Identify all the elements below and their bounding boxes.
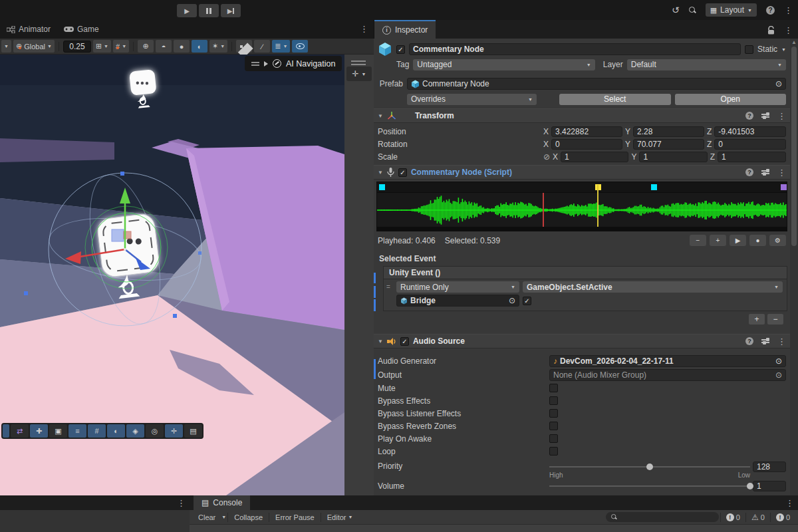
info-count-badge[interactable]: !0	[722, 513, 744, 521]
collapse-button[interactable]: Collapse	[229, 510, 267, 525]
layout-dropdown[interactable]: ▦ Layout ▼	[706, 3, 757, 17]
snap-settings-button[interactable]: #▼	[113, 40, 129, 53]
event-bool-checkbox[interactable]: ✓	[523, 297, 531, 305]
scene-pane-menu-icon[interactable]: ⋮	[360, 24, 368, 34]
help-icon[interactable]: ?	[745, 337, 753, 345]
tab-animator[interactable]: Animator	[0, 20, 57, 39]
editor-dropdown[interactable]: Editor ▼	[323, 510, 358, 525]
drag-handle-icon[interactable]: =	[386, 283, 393, 291]
pivot-mode-stub[interactable]: ▼	[1, 40, 11, 53]
foldout-icon[interactable]: ▼	[378, 113, 383, 119]
tab-console[interactable]: ▤ Console	[194, 495, 250, 510]
static-checkbox[interactable]	[745, 45, 753, 54]
scrollbar-thumb[interactable]	[791, 47, 797, 246]
grid-size-field[interactable]: 0.25	[63, 41, 91, 53]
prefab-field[interactable]: Commentary Node ⊙	[407, 78, 786, 90]
priority-value-field[interactable]: 128	[753, 462, 786, 472]
drag-handle-icon[interactable]	[251, 61, 259, 67]
foldout-icon[interactable]: ▼	[378, 170, 383, 176]
draw-mode-wire-toggle[interactable]: ◓	[156, 40, 172, 53]
slider-thumb[interactable]	[747, 483, 753, 489]
scale-z-field[interactable]: 1	[718, 152, 786, 162]
rotation-x-field[interactable]: 0	[551, 139, 622, 150]
audio-generator-field[interactable]: DevCom_2026-02-04_22-17-11	[560, 356, 674, 366]
scale-x-field[interactable]: 1	[561, 152, 628, 162]
pivot-orientation-dropdown[interactable]: ⊕ Global ▼	[13, 40, 55, 53]
play-on-awake-checkbox[interactable]	[549, 434, 558, 443]
help-icon[interactable]: ?	[745, 168, 753, 176]
scroll-up-icon[interactable]: ▲	[791, 39, 797, 45]
transform-header[interactable]: ▼ Transform ? ⋮	[374, 108, 790, 123]
position-z-field[interactable]: -9.401503	[714, 126, 786, 137]
position-y-field[interactable]: 2.28	[633, 126, 704, 137]
open-button[interactable]: Open	[675, 94, 787, 105]
runtime-mode-dropdown[interactable]: Runtime Only▼	[396, 281, 519, 293]
audio-mute-toggle[interactable]	[236, 40, 252, 53]
settings-gear-button[interactable]: ⚙	[769, 235, 786, 246]
stack-tool[interactable]: ◈	[126, 424, 144, 438]
bypass-effects-checkbox[interactable]	[549, 396, 558, 405]
help-icon[interactable]: ?	[745, 112, 753, 120]
static-dropdown-icon[interactable]: ▼	[781, 47, 786, 52]
console-menu-icon[interactable]: ⋮	[785, 498, 794, 508]
object-target-icon[interactable]: ⊙	[775, 356, 782, 366]
pane-menu-icon[interactable]: ⋮	[177, 498, 186, 508]
selected-marker-line[interactable]	[597, 185, 598, 227]
rotation-y-field[interactable]: 70.077	[633, 139, 704, 150]
record-button[interactable]: ●	[749, 235, 766, 246]
audio-source-header[interactable]: ▼ ✓ Audio Source ? ⋮	[374, 334, 790, 348]
preview-play-button[interactable]: ▶	[730, 235, 746, 246]
lighting-off-toggle[interactable]: ∕	[254, 40, 270, 53]
history-icon[interactable]: ↺	[672, 5, 680, 15]
callback-dropdown[interactable]: GameObject.SetActive▼	[523, 281, 783, 293]
active-checkbox[interactable]: ✓	[396, 45, 405, 54]
pause-button[interactable]	[199, 4, 219, 17]
waveform-marker-strip[interactable]	[377, 182, 787, 192]
lock-icon[interactable]	[767, 26, 775, 35]
waveform-marker[interactable]	[781, 184, 787, 190]
target-object-field[interactable]: Bridge ⊙	[396, 295, 519, 307]
component-menu-icon[interactable]: ⋮	[777, 168, 786, 178]
foldout-icon[interactable]: ▼	[378, 338, 383, 344]
object-target-icon[interactable]: ⊙	[775, 370, 782, 380]
tool-stub[interactable]	[3, 424, 9, 438]
scene-visibility-toggle[interactable]	[292, 40, 308, 53]
tab-game[interactable]: Game	[57, 20, 106, 39]
loop-checkbox[interactable]	[549, 447, 558, 456]
link-off-icon[interactable]: ⊘	[543, 152, 550, 162]
remove-marker-button[interactable]: −	[690, 235, 706, 246]
overrides-dropdown[interactable]: Overrides▼	[407, 94, 537, 105]
grid-visibility-button[interactable]: ⊞▼	[93, 40, 111, 53]
priority-slider[interactable]: High Low	[549, 462, 750, 471]
console-log-row[interactable]	[190, 525, 798, 532]
grid-tool[interactable]: #	[88, 424, 106, 438]
tag-dropdown[interactable]: Untagged▼	[413, 59, 595, 70]
tab-inspector[interactable]: i Inspector	[374, 20, 436, 39]
playhead-line[interactable]	[543, 193, 544, 227]
clear-dropdown-icon[interactable]: ▼	[221, 515, 226, 519]
effects-dropdown[interactable]: ✶▼	[209, 40, 227, 53]
inspector-menu-icon[interactable]: ⋮	[784, 25, 793, 35]
waveform-display[interactable]	[377, 192, 787, 227]
draw-mode-shaded-toggle[interactable]: ⊕	[138, 40, 154, 53]
kebab-menu-icon[interactable]: ⋮	[784, 5, 793, 15]
component-menu-icon[interactable]: ⋮	[777, 111, 786, 121]
prefab-target-icon[interactable]: ⊙	[775, 79, 782, 88]
moon-tool[interactable]: ◐	[107, 424, 125, 438]
add-marker-button[interactable]: +	[710, 235, 726, 246]
console-search[interactable]	[606, 512, 719, 522]
presets-icon[interactable]	[761, 168, 769, 176]
view-tool-button[interactable]: ✛ ▼	[346, 66, 372, 81]
shuffle-tool[interactable]: ⇄	[11, 424, 29, 438]
camera-tool[interactable]: ▤	[184, 424, 202, 438]
search-icon[interactable]	[689, 7, 696, 14]
lighting-toggle[interactable]: ◐	[192, 40, 207, 53]
component-menu-icon[interactable]: ⋮	[777, 336, 786, 346]
sliders-tool[interactable]: ≡	[68, 424, 86, 438]
move-tool[interactable]: ✚	[30, 424, 48, 438]
bypass-listener-checkbox[interactable]	[549, 409, 558, 418]
presets-icon[interactable]	[761, 112, 769, 119]
script-enabled-checkbox[interactable]: ✓	[398, 168, 407, 177]
volume-value-field[interactable]: 1	[753, 481, 786, 491]
inspector-scrollbar[interactable]: ▲	[790, 39, 798, 495]
